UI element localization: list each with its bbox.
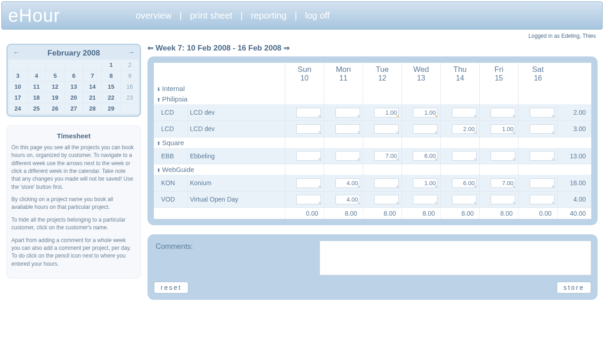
pencil-icon[interactable]: ✎ (396, 114, 400, 119)
pencil-icon[interactable]: ✎ (435, 131, 438, 135)
pencil-icon[interactable]: ✎ (357, 201, 361, 206)
calendar-day[interactable]: 4 (27, 71, 46, 81)
store-button[interactable]: store (557, 282, 591, 293)
hours-input[interactable] (530, 124, 554, 134)
hours-input[interactable] (335, 124, 360, 134)
pencil-icon[interactable]: ✎ (318, 157, 322, 162)
hours-input[interactable] (452, 124, 477, 134)
pencil-icon[interactable]: ✎ (396, 131, 400, 135)
calendar-day[interactable]: 9 (121, 71, 139, 81)
week-next-icon[interactable]: ⇒ (284, 44, 289, 52)
calendar-day[interactable]: 24 (9, 103, 27, 114)
pencil-icon[interactable]: ✎ (474, 185, 477, 189)
calendar-day[interactable]: 7 (83, 71, 102, 81)
hours-input[interactable] (530, 108, 554, 117)
group-toggle[interactable]: ⬇Internal (154, 83, 285, 94)
hours-input[interactable] (296, 151, 321, 161)
hours-input[interactable] (491, 151, 515, 161)
pencil-icon[interactable]: ✎ (396, 201, 400, 206)
pencil-icon[interactable]: ✎ (552, 114, 555, 119)
calendar-day[interactable]: 25 (27, 103, 46, 114)
hours-input[interactable] (296, 108, 321, 117)
hours-input[interactable] (452, 108, 477, 117)
hours-input[interactable] (296, 195, 321, 204)
group-toggle[interactable]: ⬆Philipsia (154, 94, 285, 104)
pencil-icon[interactable]: ✎ (552, 157, 555, 162)
hours-input[interactable] (296, 124, 321, 134)
calendar-day[interactable]: 2 (121, 60, 139, 70)
pencil-icon[interactable]: ✎ (357, 185, 361, 189)
pencil-icon[interactable]: ✎ (552, 201, 555, 206)
calendar-day[interactable]: 19 (46, 92, 64, 103)
group-toggle[interactable]: ⬆WebGuide (154, 164, 285, 175)
calendar-day[interactable]: 13 (65, 81, 83, 92)
calendar-day[interactable]: 17 (9, 92, 27, 103)
project-name[interactable]: LCD dev (188, 121, 285, 137)
nav-print-sheet[interactable]: print sheet (190, 10, 232, 20)
calendar-day[interactable]: 28 (83, 103, 102, 114)
pencil-icon[interactable]: ✎ (435, 185, 438, 189)
reset-button[interactable]: reset (154, 282, 188, 293)
pencil-icon[interactable]: ✎ (396, 157, 400, 162)
hours-input[interactable] (530, 178, 554, 188)
hours-input[interactable] (335, 108, 360, 117)
pencil-icon[interactable]: ✎ (435, 201, 438, 206)
project-name[interactable]: Virtual Open Day (188, 191, 285, 207)
calendar-day[interactable]: 11 (27, 81, 46, 92)
hours-input[interactable] (452, 151, 477, 161)
hours-input[interactable] (491, 178, 515, 188)
pencil-icon[interactable]: ✎ (318, 201, 322, 206)
hours-input[interactable] (491, 108, 515, 117)
pencil-icon[interactable]: ✎ (318, 185, 322, 189)
hours-input[interactable] (374, 178, 399, 188)
hours-input[interactable] (374, 124, 399, 134)
project-name[interactable]: Konium (188, 175, 285, 191)
calendar-day[interactable]: 1 (102, 60, 120, 70)
hours-input[interactable] (296, 178, 321, 188)
calendar-day[interactable]: 12 (46, 81, 64, 92)
project-name[interactable]: Ebbeling (188, 148, 285, 164)
pencil-icon[interactable]: ✎ (357, 114, 361, 119)
pencil-icon[interactable]: ✎ (513, 185, 516, 189)
hours-input[interactable] (374, 108, 399, 117)
calendar-day[interactable]: 8 (102, 71, 120, 81)
hours-input[interactable] (491, 124, 515, 134)
calendar-day[interactable]: 29 (102, 103, 120, 114)
pencil-icon[interactable]: ✎ (552, 185, 555, 189)
calendar-prev-icon[interactable]: ← (13, 49, 20, 56)
hours-input[interactable] (491, 195, 515, 204)
calendar-day[interactable]: 23 (121, 92, 139, 103)
pencil-icon[interactable]: ✎ (474, 131, 477, 135)
hours-input[interactable] (335, 195, 360, 204)
calendar-day[interactable]: 6 (65, 71, 83, 81)
calendar-next-icon[interactable]: → (128, 49, 134, 56)
hours-input[interactable] (335, 151, 360, 161)
hours-input[interactable] (413, 178, 437, 188)
calendar-day[interactable]: 18 (27, 92, 46, 103)
calendar-day[interactable]: 20 (65, 92, 83, 103)
pencil-icon[interactable]: ✎ (357, 157, 361, 162)
calendar-day[interactable]: 26 (46, 103, 64, 114)
hours-input[interactable] (413, 124, 437, 134)
project-name[interactable]: LCD dev (188, 104, 285, 121)
pencil-icon[interactable]: ✎ (435, 157, 438, 162)
pencil-icon[interactable]: ✎ (396, 185, 400, 189)
group-toggle[interactable]: ⬆Square (154, 137, 285, 148)
hours-input[interactable] (413, 108, 437, 117)
week-prev-icon[interactable]: ⇐ (147, 44, 153, 52)
calendar-day[interactable]: 15 (102, 81, 120, 92)
pencil-icon[interactable]: ✎ (435, 114, 438, 119)
hours-input[interactable] (374, 195, 399, 204)
hours-input[interactable] (335, 178, 360, 188)
pencil-icon[interactable]: ✎ (513, 131, 516, 135)
nav-overview[interactable]: overview (136, 10, 172, 20)
pencil-icon[interactable]: ✎ (474, 114, 477, 119)
calendar-day[interactable]: 16 (121, 81, 139, 92)
comments-input[interactable] (320, 241, 591, 275)
hours-input[interactable] (374, 151, 399, 161)
hours-input[interactable] (452, 178, 477, 188)
nav-logoff[interactable]: log off (305, 10, 330, 20)
pencil-icon[interactable]: ✎ (513, 157, 516, 162)
hours-input[interactable] (413, 195, 437, 204)
calendar-day[interactable]: 5 (46, 71, 64, 81)
